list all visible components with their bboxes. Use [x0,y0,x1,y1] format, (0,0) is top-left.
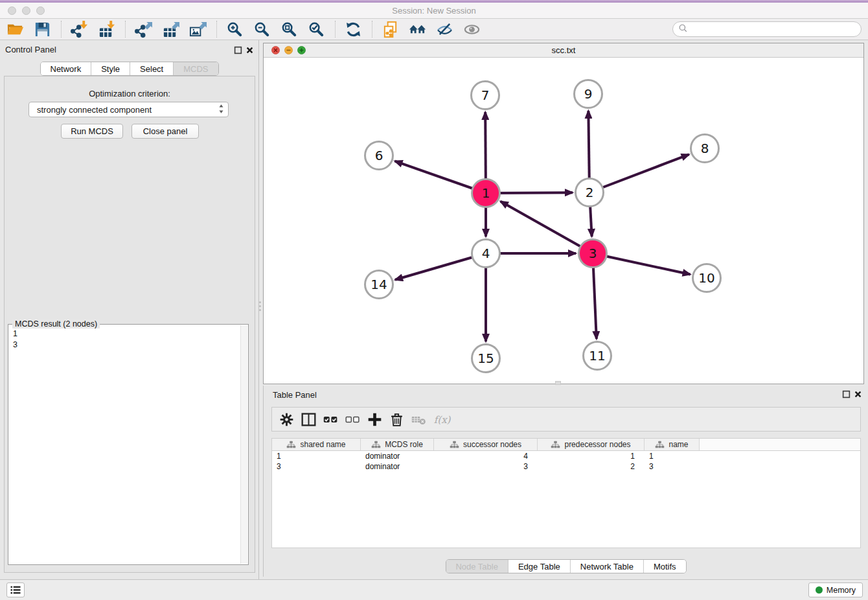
table-cell[interactable]: 2 [538,461,645,472]
toolbar-separator [216,21,217,38]
tab-select[interactable]: Select [130,62,174,75]
mcds-result-textarea[interactable]: 13 [8,327,240,564]
table-tab-motifs[interactable]: Motifs [644,560,686,573]
graph-node-9[interactable]: 9 [575,80,602,108]
column-header-name[interactable]: name [645,439,700,450]
export-table-icon[interactable] [161,19,180,39]
clone-network-icon[interactable] [380,19,400,39]
open-file-icon[interactable] [5,19,25,39]
table-tab-node-table[interactable]: Node Table [446,560,508,573]
run-mcds-button[interactable]: Run MCDS [61,124,123,139]
deselect-all-rows-icon[interactable] [345,410,361,429]
network-graph: 7968124314101511 [264,58,863,384]
node-label: 3 [589,246,597,261]
minimize-window-light[interactable] [22,6,30,15]
column-header-successor-nodes[interactable]: successor nodes [434,439,538,450]
graph-edge-3-10[interactable] [593,253,691,275]
column-label: shared name [300,440,345,449]
graph-node-14[interactable]: 14 [365,271,393,299]
table-tab-network-table[interactable]: Network Table [571,560,644,573]
import-table-icon[interactable] [97,19,116,39]
vertical-splitter-grip[interactable] [258,298,262,314]
network-minimize-light[interactable] [284,46,293,54]
export-network-icon[interactable] [133,19,153,39]
graph-node-8[interactable]: 8 [691,135,719,163]
search-input[interactable] [691,23,861,36]
table-cell[interactable]: 1 [538,451,645,461]
network-window-titlebar[interactable]: scc.txt [264,43,863,58]
zoom-out-icon[interactable] [252,19,271,39]
tab-style[interactable]: Style [91,62,130,75]
home-icon[interactable] [407,19,427,39]
maximize-window-light[interactable] [36,6,45,15]
table-cell[interactable]: dominator [361,461,434,472]
node-label: 15 [477,351,494,366]
result-scrollbar[interactable] [240,325,247,564]
zoom-selected-icon[interactable] [306,19,326,39]
refresh-layout-icon[interactable] [343,19,363,39]
table-row[interactable]: 1dominator411 [272,451,860,461]
table-tabs: Node TableEdge TableNetwork TableMotifs [445,559,686,573]
table-row[interactable]: 3dominator323 [272,461,860,472]
graph-node-4[interactable]: 4 [472,240,500,268]
graph-node-7[interactable]: 7 [472,82,499,110]
table-panel: Table Panel f(x) shared nameMCDS rolesuc… [263,386,868,577]
network-maximize-light[interactable] [297,46,306,54]
table-header-row: shared nameMCDS rolesuccessor nodesprede… [272,439,860,451]
export-image-icon[interactable] [188,19,207,39]
graph-node-3[interactable]: 3 [579,240,607,268]
tab-mcds[interactable]: MCDS [174,62,218,75]
table-cell[interactable]: dominator [361,451,434,461]
add-column-icon[interactable] [367,410,383,429]
column-label: MCDS role [385,440,423,449]
import-network-icon[interactable] [69,19,89,39]
hide-panels-icon[interactable] [435,19,454,39]
network-canvas[interactable]: 7968124314101511 [264,58,863,384]
column-header-mcds-role[interactable]: MCDS role [361,439,434,450]
criterion-value: strongly connected component [37,105,218,115]
graph-node-1[interactable]: 1 [472,179,500,207]
column-header-predecessor-nodes[interactable]: predecessor nodes [538,439,645,450]
table-cell[interactable]: 1 [272,451,361,461]
show-eye-icon[interactable] [462,19,481,39]
graph-node-15[interactable]: 15 [472,345,500,373]
horizontal-splitter-grip[interactable] [555,381,561,385]
table-tab-edge-table[interactable]: Edge Table [508,560,571,573]
select-all-rows-icon[interactable] [323,410,339,429]
search-box[interactable] [672,21,862,37]
delete-table-icon [411,410,427,429]
close-panel-button[interactable]: Close panel [131,124,199,139]
float-panel-icon[interactable] [234,46,242,54]
criterion-dropdown[interactable]: strongly connected component [29,102,229,117]
delete-column-icon[interactable] [389,410,405,429]
float-table-panel-icon[interactable] [842,390,851,398]
close-table-panel-icon[interactable] [854,390,862,398]
table-cell[interactable]: 3 [434,461,538,472]
tab-network[interactable]: Network [40,62,91,75]
node-table: shared nameMCDS rolesuccessor nodesprede… [271,438,861,548]
table-cell[interactable]: 3 [645,461,700,472]
zoom-in-icon[interactable] [225,19,244,39]
task-history-button[interactable] [6,583,25,597]
save-session-icon[interactable] [32,19,52,39]
network-close-light[interactable] [271,46,280,54]
close-window-light[interactable] [8,6,16,15]
column-header-shared-name[interactable]: shared name [272,439,361,450]
table-cell[interactable]: 3 [272,461,361,472]
graph-node-10[interactable]: 10 [693,264,721,292]
table-cell[interactable]: 4 [434,451,538,461]
graph-node-11[interactable]: 11 [584,342,611,370]
graph-node-2[interactable]: 2 [576,179,604,207]
memory-button[interactable]: Memory [808,583,863,597]
app-titlebar: Session: New Session [0,3,868,19]
table-header-filler [700,439,860,450]
graph-node-6[interactable]: 6 [365,142,393,170]
table-settings-icon[interactable] [279,410,295,429]
graph-edge-3-1[interactable] [501,202,593,253]
split-panel-icon[interactable] [301,410,317,429]
table-cell[interactable]: 1 [645,451,700,461]
status-bar: Memory [0,579,868,600]
close-panel-icon[interactable] [246,46,254,54]
graph-edge-2-8[interactable] [589,154,689,192]
zoom-fit-icon[interactable] [279,19,299,39]
